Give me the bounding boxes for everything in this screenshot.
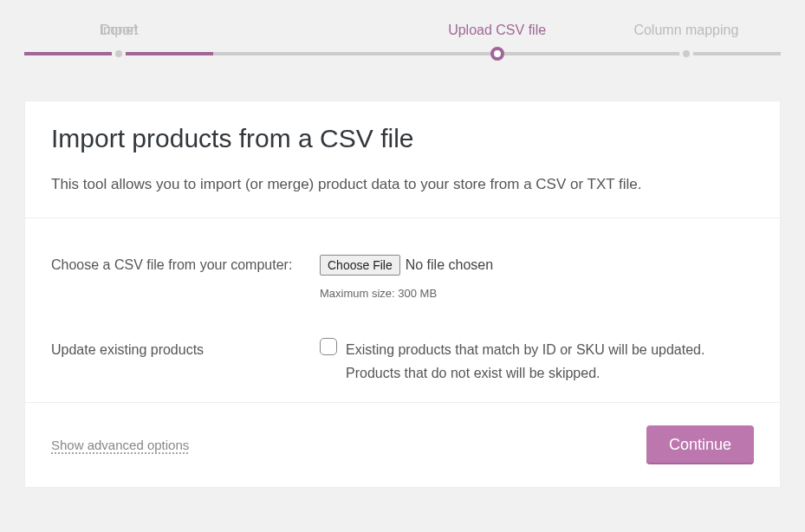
step-label: Upload CSV file <box>403 17 592 47</box>
file-size-hint: Maximum size: 300 MB <box>320 284 754 303</box>
card-body: Choose a CSV file from your computer: Ch… <box>25 218 780 403</box>
stepper: Upload CSV file Column mapping Import Do… <box>24 17 781 69</box>
update-existing-checkbox[interactable] <box>320 338 337 355</box>
file-picker: Choose File No file chosen <box>320 253 493 276</box>
step-done: Done! <box>24 17 213 47</box>
file-row-label: Choose a CSV file from your computer: <box>51 253 320 276</box>
page-subtitle: This tool allows you to import (or merge… <box>51 176 754 193</box>
update-row-label: Update existing products <box>51 338 320 361</box>
show-advanced-options-link[interactable]: Show advanced options <box>51 438 189 452</box>
update-checkbox-row: Existing products that match by ID or SK… <box>320 338 754 385</box>
file-row: Choose a CSV file from your computer: Ch… <box>51 229 754 314</box>
card-header: Import products from a CSV file This too… <box>25 101 780 218</box>
step-dot-icon <box>679 47 693 61</box>
continue-button[interactable]: Continue <box>646 425 754 464</box>
step-upload: Upload CSV file <box>403 17 592 47</box>
import-card: Import products from a CSV file This too… <box>24 101 781 488</box>
file-row-control: Choose File No file chosen Maximum size:… <box>320 253 754 303</box>
step-label: Done! <box>24 17 213 47</box>
file-status-text: No file chosen <box>406 253 493 276</box>
step-dot-icon <box>112 47 126 61</box>
step-label: Column mapping <box>592 17 781 47</box>
page-title: Import products from a CSV file <box>51 124 754 153</box>
update-existing-description: Existing products that match by ID or SK… <box>346 338 754 385</box>
import-wizard: Upload CSV file Column mapping Import Do… <box>0 0 805 488</box>
update-row: Update existing products Existing produc… <box>51 314 754 395</box>
step-mapping: Column mapping <box>592 17 781 47</box>
update-row-control: Existing products that match by ID or SK… <box>320 338 754 385</box>
step-dot-icon <box>490 47 504 61</box>
choose-file-button[interactable]: Choose File <box>320 255 400 276</box>
card-footer: Show advanced options Continue <box>25 403 780 487</box>
